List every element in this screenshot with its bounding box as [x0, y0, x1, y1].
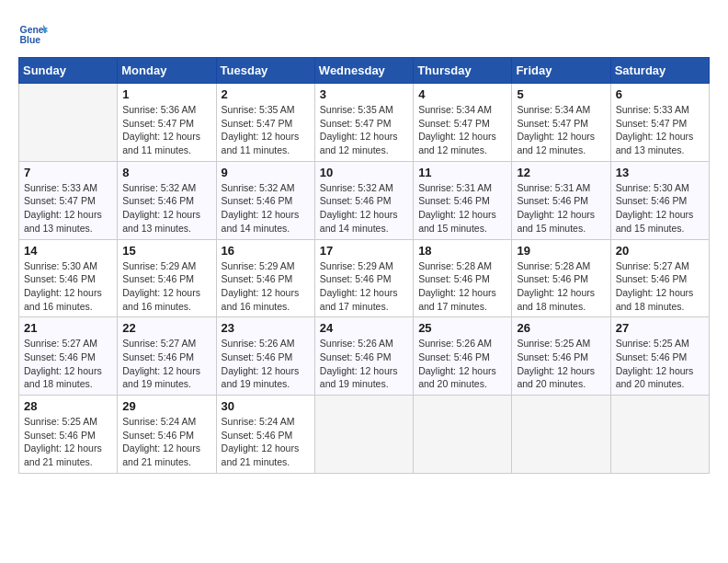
daylight-label: Daylight: 12 hours and 15 minutes.: [616, 209, 694, 234]
day-info: Sunrise: 5:27 AM Sunset: 5:46 PM Dayligh…: [122, 337, 210, 391]
calendar-cell: 5 Sunrise: 5:34 AM Sunset: 5:47 PM Dayli…: [512, 84, 610, 162]
day-info: Sunrise: 5:26 AM Sunset: 5:46 PM Dayligh…: [418, 337, 506, 391]
sunset-label: Sunset: 5:46 PM: [24, 351, 96, 362]
day-number: 13: [616, 166, 704, 179]
sunrise-label: Sunrise: 5:29 AM: [320, 260, 393, 271]
calendar-cell: 29 Sunrise: 5:24 AM Sunset: 5:46 PM Dayl…: [118, 396, 216, 474]
daylight-label: Daylight: 12 hours and 21 minutes.: [222, 442, 300, 467]
calendar-cell: 11 Sunrise: 5:31 AM Sunset: 5:46 PM Dayl…: [414, 161, 512, 239]
daylight-label: Daylight: 12 hours and 14 minutes.: [320, 209, 398, 234]
day-number: 22: [122, 321, 210, 335]
calendar-cell: 4 Sunrise: 5:34 AM Sunset: 5:47 PM Dayli…: [414, 84, 512, 162]
sunset-label: Sunset: 5:47 PM: [24, 195, 96, 206]
day-info: Sunrise: 5:34 AM Sunset: 5:47 PM Dayligh…: [418, 103, 506, 157]
day-number: 29: [122, 399, 210, 413]
day-number: 9: [222, 166, 310, 179]
calendar-table: SundayMondayTuesdayWednesdayThursdayFrid…: [18, 57, 710, 474]
day-info: Sunrise: 5:31 AM Sunset: 5:46 PM Dayligh…: [517, 181, 605, 236]
sunrise-label: Sunrise: 5:30 AM: [616, 182, 689, 193]
day-info: Sunrise: 5:29 AM Sunset: 5:46 PM Dayligh…: [222, 259, 310, 314]
sunrise-label: Sunrise: 5:33 AM: [616, 104, 689, 115]
day-info: Sunrise: 5:25 AM Sunset: 5:46 PM Dayligh…: [24, 415, 112, 469]
calendar-cell: 18 Sunrise: 5:28 AM Sunset: 5:46 PM Dayl…: [414, 239, 512, 317]
weekday-header-monday: Monday: [118, 58, 216, 84]
calendar-cell: 26 Sunrise: 5:25 AM Sunset: 5:46 PM Dayl…: [512, 317, 610, 396]
day-info: Sunrise: 5:28 AM Sunset: 5:46 PM Dayligh…: [517, 259, 605, 314]
sunset-label: Sunset: 5:46 PM: [517, 273, 588, 284]
calendar-cell: [19, 84, 118, 162]
daylight-label: Daylight: 12 hours and 17 minutes.: [418, 287, 496, 312]
calendar-cell: 2 Sunrise: 5:35 AM Sunset: 5:47 PM Dayli…: [216, 84, 314, 162]
daylight-label: Daylight: 12 hours and 18 minutes.: [517, 287, 595, 312]
weekday-header-thursday: Thursday: [414, 58, 512, 84]
sunrise-label: Sunrise: 5:33 AM: [24, 182, 97, 193]
week-row-3: 14 Sunrise: 5:30 AM Sunset: 5:46 PM Dayl…: [19, 239, 710, 317]
daylight-label: Daylight: 12 hours and 13 minutes.: [122, 209, 200, 234]
day-info: Sunrise: 5:34 AM Sunset: 5:47 PM Dayligh…: [517, 103, 605, 157]
sunrise-label: Sunrise: 5:25 AM: [24, 416, 97, 427]
day-number: 18: [418, 244, 506, 258]
day-info: Sunrise: 5:36 AM Sunset: 5:47 PM Dayligh…: [122, 103, 210, 157]
calendar-cell: 21 Sunrise: 5:27 AM Sunset: 5:46 PM Dayl…: [19, 317, 118, 396]
day-number: 28: [24, 399, 112, 413]
sunset-label: Sunset: 5:47 PM: [122, 118, 194, 129]
sunset-label: Sunset: 5:46 PM: [122, 430, 194, 441]
day-number: 27: [616, 321, 704, 335]
sunrise-label: Sunrise: 5:28 AM: [517, 260, 590, 271]
sunrise-label: Sunrise: 5:26 AM: [418, 338, 492, 349]
day-number: 5: [517, 87, 605, 101]
calendar-cell: 27 Sunrise: 5:25 AM Sunset: 5:46 PM Dayl…: [610, 317, 709, 396]
calendar-cell: 19 Sunrise: 5:28 AM Sunset: 5:46 PM Dayl…: [512, 239, 610, 317]
day-info: Sunrise: 5:25 AM Sunset: 5:46 PM Dayligh…: [517, 337, 605, 391]
sunrise-label: Sunrise: 5:27 AM: [616, 260, 689, 271]
day-number: 12: [517, 166, 605, 179]
svg-text:Blue: Blue: [20, 35, 41, 45]
daylight-label: Daylight: 12 hours and 15 minutes.: [418, 209, 496, 234]
week-row-4: 21 Sunrise: 5:27 AM Sunset: 5:46 PM Dayl…: [19, 317, 710, 396]
daylight-label: Daylight: 12 hours and 13 minutes.: [616, 131, 694, 155]
daylight-label: Daylight: 12 hours and 21 minutes.: [122, 442, 200, 467]
sunset-label: Sunset: 5:46 PM: [418, 351, 490, 362]
sunrise-label: Sunrise: 5:31 AM: [418, 182, 492, 193]
daylight-label: Daylight: 12 hours and 11 minutes.: [122, 131, 200, 155]
sunset-label: Sunset: 5:46 PM: [320, 351, 392, 362]
day-info: Sunrise: 5:35 AM Sunset: 5:47 PM Dayligh…: [320, 103, 408, 157]
day-number: 4: [418, 87, 506, 101]
day-info: Sunrise: 5:30 AM Sunset: 5:46 PM Dayligh…: [24, 259, 112, 314]
sunset-label: Sunset: 5:46 PM: [24, 430, 96, 441]
day-number: 20: [616, 244, 704, 258]
sunset-label: Sunset: 5:46 PM: [222, 351, 293, 362]
day-number: 1: [122, 87, 210, 101]
calendar-cell: 13 Sunrise: 5:30 AM Sunset: 5:46 PM Dayl…: [610, 161, 709, 239]
daylight-label: Daylight: 12 hours and 16 minutes.: [222, 287, 300, 312]
day-info: Sunrise: 5:32 AM Sunset: 5:46 PM Dayligh…: [222, 181, 310, 236]
sunrise-label: Sunrise: 5:25 AM: [616, 338, 689, 349]
day-number: 11: [418, 166, 506, 179]
calendar-cell: 23 Sunrise: 5:26 AM Sunset: 5:46 PM Dayl…: [216, 317, 314, 396]
day-info: Sunrise: 5:32 AM Sunset: 5:46 PM Dayligh…: [320, 181, 408, 236]
calendar-cell: 30 Sunrise: 5:24 AM Sunset: 5:46 PM Dayl…: [216, 396, 314, 474]
calendar-cell: 10 Sunrise: 5:32 AM Sunset: 5:46 PM Dayl…: [314, 161, 413, 239]
sunrise-label: Sunrise: 5:27 AM: [24, 338, 97, 349]
sunrise-label: Sunrise: 5:24 AM: [222, 416, 295, 427]
calendar-cell: 6 Sunrise: 5:33 AM Sunset: 5:47 PM Dayli…: [610, 84, 709, 162]
sunrise-label: Sunrise: 5:29 AM: [122, 260, 196, 271]
day-info: Sunrise: 5:26 AM Sunset: 5:46 PM Dayligh…: [320, 337, 408, 391]
sunset-label: Sunset: 5:46 PM: [517, 195, 588, 206]
daylight-label: Daylight: 12 hours and 12 minutes.: [320, 131, 398, 155]
logo: General Blue: [18, 18, 51, 48]
day-number: 3: [320, 87, 408, 101]
daylight-label: Daylight: 12 hours and 13 minutes.: [24, 209, 102, 234]
calendar-cell: 16 Sunrise: 5:29 AM Sunset: 5:46 PM Dayl…: [216, 239, 314, 317]
sunset-label: Sunset: 5:46 PM: [616, 273, 688, 284]
daylight-label: Daylight: 12 hours and 19 minutes.: [222, 365, 300, 390]
calendar-cell: 22 Sunrise: 5:27 AM Sunset: 5:46 PM Dayl…: [118, 317, 216, 396]
sunset-label: Sunset: 5:47 PM: [517, 118, 588, 129]
sunset-label: Sunset: 5:46 PM: [122, 351, 194, 362]
sunset-label: Sunset: 5:47 PM: [616, 118, 688, 129]
day-info: Sunrise: 5:33 AM Sunset: 5:47 PM Dayligh…: [24, 181, 112, 236]
sunrise-label: Sunrise: 5:36 AM: [122, 104, 196, 115]
sunset-label: Sunset: 5:47 PM: [222, 118, 293, 129]
calendar-cell: 28 Sunrise: 5:25 AM Sunset: 5:46 PM Dayl…: [19, 396, 118, 474]
daylight-label: Daylight: 12 hours and 14 minutes.: [222, 209, 300, 234]
